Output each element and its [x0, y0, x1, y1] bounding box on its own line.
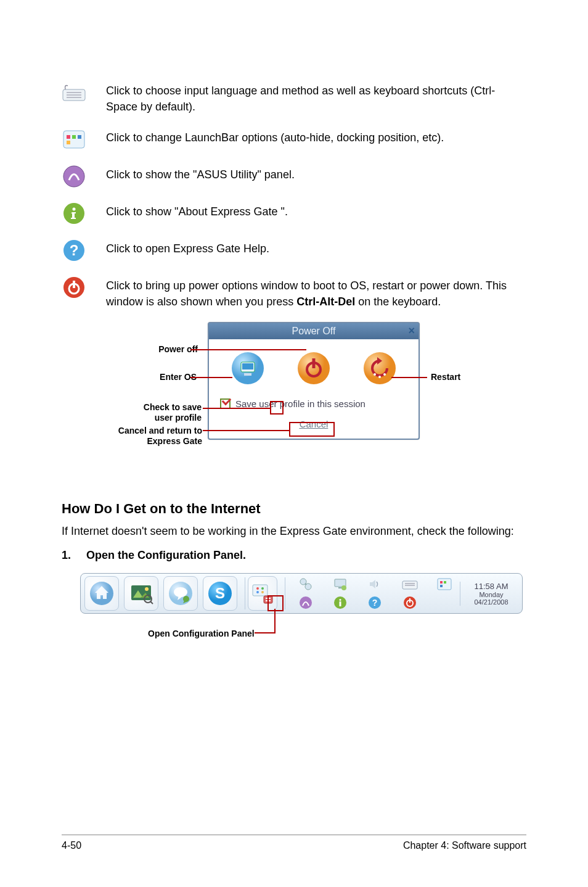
asus-utility-icon — [62, 164, 86, 189]
lb-chat-icon[interactable] — [163, 576, 198, 611]
anno-restart: Restart — [431, 372, 460, 382]
small-about-icon[interactable] — [325, 595, 356, 611]
svg-point-67 — [340, 599, 341, 601]
svg-rect-6 — [72, 135, 76, 139]
keyboard-icon — [62, 80, 86, 105]
small-network-icon[interactable] — [290, 576, 321, 592]
svg-point-28 — [378, 376, 381, 378]
svg-line-36 — [150, 601, 153, 604]
close-icon[interactable]: × — [408, 324, 415, 337]
desc-about: Click to show "About Express Gate ". — [106, 201, 288, 220]
enter-os-button[interactable] — [230, 350, 266, 386]
svg-point-44 — [256, 587, 259, 590]
desc-keyboard: Click to choose input language and metho… — [106, 80, 526, 115]
svg-text:?: ? — [70, 242, 79, 258]
lb-skype-icon[interactable]: S — [203, 576, 237, 611]
desc-help: Click to open Express Gate Help. — [106, 238, 269, 257]
anno-cancel-return: Cancel and return toExpress Gate — [94, 426, 202, 447]
svg-rect-8 — [67, 141, 70, 144]
svg-point-46 — [256, 591, 259, 593]
desc-asus-utility: Click to show the "ASUS Utility" panel. — [106, 164, 295, 183]
svg-point-47 — [261, 591, 264, 593]
section-heading: How Do I Get on to the Internet — [62, 501, 526, 517]
svg-rect-61 — [438, 579, 451, 590]
launchbar: S ? — [80, 573, 523, 614]
restart-button[interactable] — [362, 350, 398, 386]
datetime-block: 11:58 AM Monday 04/21/2008 — [460, 582, 518, 606]
power-icon — [62, 275, 86, 300]
anno-power-off: Power off — [142, 344, 198, 354]
step-number: 1. — [62, 549, 86, 562]
svg-point-45 — [261, 587, 264, 590]
small-help-icon[interactable]: ? — [359, 595, 390, 611]
svg-text:?: ? — [372, 598, 378, 608]
power-off-button[interactable] — [296, 350, 332, 386]
dialog-title-text: Power Off — [292, 326, 336, 336]
svg-rect-5 — [67, 135, 70, 139]
desc-launchbar-options: Click to change LaunchBar options (auto-… — [106, 127, 444, 146]
svg-point-34 — [145, 587, 149, 591]
about-icon — [62, 201, 86, 226]
svg-rect-17 — [73, 281, 75, 288]
lb-photo-icon[interactable] — [124, 576, 158, 611]
svg-rect-63 — [444, 581, 446, 584]
svg-point-27 — [374, 373, 376, 376]
small-volume-icon[interactable] — [359, 576, 390, 592]
small-power-icon[interactable] — [394, 595, 425, 611]
highlight-config-panel — [267, 595, 284, 611]
svg-rect-68 — [340, 601, 341, 606]
small-keyboard-icon[interactable] — [394, 576, 425, 592]
small-monitor-icon[interactable] — [325, 576, 356, 592]
svg-rect-43 — [253, 585, 267, 596]
svg-point-29 — [383, 373, 386, 376]
section-body: If Internet doesn't seem to be working i… — [62, 523, 526, 539]
svg-rect-20 — [242, 363, 253, 369]
svg-point-25 — [364, 352, 396, 384]
highlight-cancel — [289, 422, 335, 437]
svg-point-38 — [174, 587, 187, 597]
anno-check-save: Check to saveuser profile — [128, 402, 202, 423]
svg-text:S: S — [215, 585, 225, 601]
svg-rect-62 — [440, 581, 443, 584]
launchbar-options-icon — [62, 127, 86, 152]
small-launchbar-icon[interactable] — [429, 576, 460, 592]
highlight-checkbox — [270, 401, 284, 415]
svg-rect-73 — [409, 598, 410, 603]
small-asus-icon[interactable] — [290, 595, 321, 611]
lb-home-icon[interactable] — [84, 576, 119, 611]
svg-line-53 — [305, 584, 306, 585]
svg-point-56 — [341, 585, 346, 590]
svg-point-12 — [73, 208, 76, 211]
footer-chapter: Chapter 4: Software support — [403, 840, 526, 851]
svg-rect-21 — [244, 373, 251, 376]
svg-rect-64 — [440, 585, 443, 587]
step-text: Open the Configuration Panel. — [86, 549, 246, 562]
svg-rect-24 — [312, 358, 315, 368]
svg-rect-7 — [78, 135, 81, 139]
anno-enter-os: Enter OS — [147, 372, 197, 382]
svg-rect-4 — [63, 131, 84, 148]
footer-page: 4-50 — [62, 840, 81, 851]
desc-power: Click to bring up power options window t… — [106, 275, 526, 310]
dialog-title-bar: Power Off × — [209, 323, 419, 339]
help-icon: ? — [62, 238, 86, 263]
anno-open-config: Open Configuration Panel — [148, 629, 255, 659]
svg-rect-31 — [131, 585, 151, 600]
svg-point-40 — [183, 596, 189, 602]
svg-marker-57 — [370, 580, 375, 588]
